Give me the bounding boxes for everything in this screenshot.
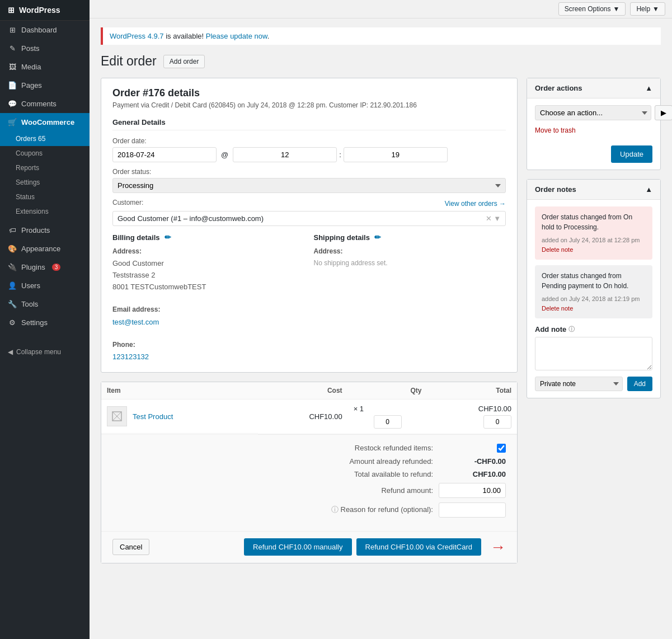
note-type-select[interactable]: Private note Note to customer [535, 377, 623, 391]
total-available-value: CHF10.00 [439, 470, 506, 478]
add-note-button[interactable]: Add [627, 377, 652, 391]
shipping-no-address: No shipping address set. [314, 258, 506, 269]
restock-checkbox[interactable] [497, 444, 506, 453]
please-update-link[interactable]: Please update now [206, 32, 267, 40]
at-symbol: @ [221, 151, 228, 159]
appearance-icon: 🎨 [8, 245, 17, 253]
reason-info-icon: ⓘ [331, 505, 339, 514]
col-cost: Cost [258, 382, 348, 400]
add-order-button[interactable]: Add order [163, 55, 205, 68]
reason-label: ⓘ Reason for refund (optional): [321, 505, 433, 515]
sidebar-item-dashboard[interactable]: ⊞ Dashboard [0, 21, 90, 39]
billing-street: Teststrasse 2 [112, 270, 305, 281]
order-status-label: Order status: [112, 168, 506, 176]
billing-section: Billing details ✏ Address: Good Customer… [112, 233, 305, 363]
order-details-subtitle: Payment via Credit / Debit Card (620845)… [112, 101, 506, 109]
delete-note-link-1[interactable]: Delete note [542, 305, 573, 312]
collapse-actions-icon[interactable]: ▲ [645, 84, 652, 92]
billing-city: 8001 TESTCustomwebTEST [112, 281, 305, 293]
sidebar-logo: ⊞ WordPress [0, 0, 90, 21]
reason-input[interactable] [439, 502, 506, 518]
note-item-1: Order status changed from Pending paymen… [535, 265, 652, 318]
sidebar-item-status[interactable]: Status [0, 190, 90, 204]
collapse-notes-icon[interactable]: ▲ [645, 185, 652, 194]
comments-icon: 💬 [8, 100, 17, 108]
sidebar-item-appearance[interactable]: 🎨 Appearance [0, 239, 90, 258]
item-cost-cell: CHF10.00 [258, 400, 348, 434]
move-to-trash-link[interactable]: Move to trash [535, 126, 576, 134]
sidebar-item-extensions[interactable]: Extensions [0, 204, 90, 219]
page-title-area: Edit order Add order [101, 54, 661, 69]
product-name-link[interactable]: Test Product [133, 412, 173, 421]
sidebar-item-tools[interactable]: 🔧 Tools [0, 295, 90, 313]
billing-edit-icon[interactable]: ✏ [165, 233, 171, 242]
run-action-button[interactable]: ▶ [655, 105, 672, 120]
add-note-info-icon: ⓘ [568, 325, 575, 333]
collapse-icon: ◀ [8, 348, 13, 356]
shipping-edit-icon[interactable]: ✏ [374, 233, 381, 242]
already-refunded-row: Amount already refunded: -CHF0.00 [112, 457, 506, 466]
sidebar-item-woo-settings[interactable]: Settings [0, 175, 90, 190]
help-button[interactable]: Help ▼ [630, 2, 665, 16]
delete-note-link-0[interactable]: Delete note [542, 246, 573, 253]
refund-actions: Cancel Refund CHF10.00 manually Refund C… [101, 531, 517, 563]
sidebar-item-pages[interactable]: 📄 Pages [0, 76, 90, 95]
pages-icon: 📄 [8, 81, 17, 90]
order-details-title: Order #176 details [112, 87, 506, 99]
add-note-section: Add note ⓘ Private note Note to customer… [535, 325, 652, 391]
address-grid: Billing details ✏ Address: Good Customer… [112, 233, 506, 363]
refund-credit-button[interactable]: Refund CHF10.00 via CreditCard [356, 538, 481, 556]
refund-amount-label: Refund amount: [321, 486, 433, 495]
run-icon: ▶ [661, 109, 666, 117]
sidebar: ⊞ WordPress ⊞ Dashboard ✎ Posts 🖼 Media … [0, 0, 90, 639]
refund-manually-button[interactable]: Refund CHF10.00 manually [244, 538, 351, 556]
restock-label: Restock refunded items: [321, 444, 433, 452]
order-date-input[interactable] [112, 147, 217, 162]
chevron-down-icon: ▼ [652, 5, 659, 13]
order-date-field: Order date: @ : [112, 137, 506, 162]
sidebar-item-users[interactable]: 👤 Users [0, 276, 90, 295]
wp-update-link[interactable]: WordPress 4.9.7 [110, 32, 164, 40]
total-available-row: Total available to refund: CHF10.00 [112, 470, 506, 478]
wp-logo-icon: ⊞ [8, 6, 15, 15]
sidebar-item-comments[interactable]: 💬 Comments [0, 95, 90, 113]
sidebar-item-orders[interactable]: Orders 65 [0, 131, 90, 146]
update-button[interactable]: Update [611, 145, 652, 163]
note-textarea[interactable] [535, 337, 652, 370]
order-notes-body: Order status changed from On hold to Pro… [527, 200, 660, 398]
media-icon: 🖼 [8, 63, 17, 71]
order-status-select[interactable]: Processing Pending payment On hold Compl… [112, 178, 506, 193]
sidebar-item-reports[interactable]: Reports [0, 161, 90, 175]
sidebar-item-woocommerce[interactable]: 🛒 WooCommerce [0, 113, 90, 131]
sidebar-item-media[interactable]: 🖼 Media [0, 58, 90, 76]
total-refund-input[interactable] [483, 415, 511, 429]
billing-email-link[interactable]: test@test.com [112, 318, 159, 326]
sidebar-item-plugins[interactable]: 🔌 Plugins 3 [0, 258, 90, 276]
order-min-input[interactable] [344, 147, 448, 162]
screen-options-button[interactable]: Screen Options ▼ [558, 2, 626, 16]
customer-clear-icon[interactable]: ✕ ▼ [486, 214, 501, 223]
billing-email-label: Email address: [112, 304, 305, 315]
red-arrow-indicator: → [490, 538, 506, 556]
shipping-address-label: Address: [314, 246, 506, 257]
qty-refund-input[interactable] [374, 415, 402, 429]
action-select[interactable]: Choose an action... Send order details t… [535, 105, 651, 120]
dashboard-icon: ⊞ [8, 26, 17, 34]
refund-amount-input[interactable] [439, 483, 506, 498]
collapse-menu[interactable]: ◀ Collapse menu [0, 343, 90, 361]
topbar: Screen Options ▼ Help ▼ [90, 0, 672, 18]
customer-select-wrapper: Good Customer (#1 – info@customweb.com) … [112, 211, 506, 226]
general-details-heading: General Details [112, 118, 506, 130]
billing-phone-link[interactable]: 123123132 [112, 353, 149, 361]
sidebar-item-products[interactable]: 🏷 Products [0, 221, 90, 239]
sidebar-item-settings[interactable]: ⚙ Settings [0, 313, 90, 332]
sidebar-item-posts[interactable]: ✎ Posts [0, 39, 90, 58]
users-icon: 👤 [8, 281, 17, 290]
customer-select-input[interactable]: Good Customer (#1 – info@customweb.com) … [112, 211, 506, 226]
item-name-cell: Test Product [101, 400, 258, 434]
sidebar-item-coupons[interactable]: Coupons [0, 146, 90, 161]
order-hour-input[interactable] [233, 147, 337, 162]
view-other-orders-link[interactable]: View other orders → [445, 200, 506, 208]
cancel-button[interactable]: Cancel [112, 539, 149, 555]
chevron-down-icon: ▼ [613, 5, 620, 13]
